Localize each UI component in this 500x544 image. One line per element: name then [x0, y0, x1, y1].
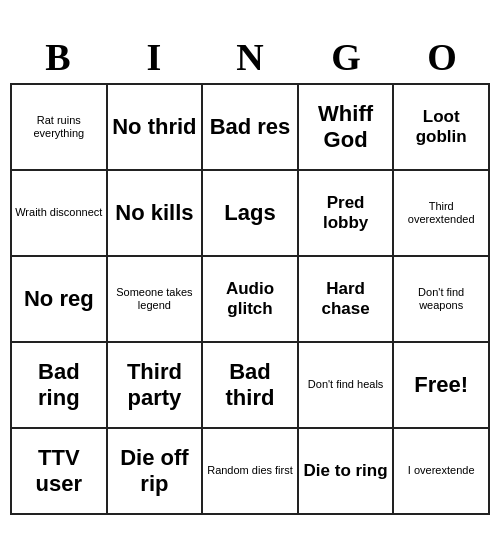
header-letter: O — [394, 33, 490, 81]
bingo-cell: TTV user — [12, 429, 108, 515]
bingo-cell: Third overextended — [394, 171, 490, 257]
bingo-cell: I overextende — [394, 429, 490, 515]
bingo-cell: No thrid — [108, 85, 204, 171]
header-letter: N — [202, 33, 298, 81]
header-letter: B — [10, 33, 106, 81]
header-letter: I — [106, 33, 202, 81]
header-letters: BINGO — [10, 33, 490, 81]
bingo-cell: Random dies first — [203, 429, 299, 515]
bingo-cell: Hard chase — [299, 257, 395, 343]
bingo-cell: Lags — [203, 171, 299, 257]
bingo-cell: Someone takes legend — [108, 257, 204, 343]
bingo-cell: Die to ring — [299, 429, 395, 515]
bingo-cell: Loot goblin — [394, 85, 490, 171]
bingo-cell: No reg — [12, 257, 108, 343]
bingo-cell: Bad third — [203, 343, 299, 429]
bingo-cell: Free! — [394, 343, 490, 429]
bingo-cell: Third party — [108, 343, 204, 429]
bingo-cell: Rat ruins everything — [12, 85, 108, 171]
bingo-cell: Wraith disconnect — [12, 171, 108, 257]
bingo-header: BINGO — [5, 29, 495, 83]
bingo-cell: Don't find heals — [299, 343, 395, 429]
bingo-cell: Bad res — [203, 85, 299, 171]
bingo-cell: Audio glitch — [203, 257, 299, 343]
bingo-cell: Pred lobby — [299, 171, 395, 257]
bingo-cell: Bad ring — [12, 343, 108, 429]
bingo-cell: Don't find weapons — [394, 257, 490, 343]
bingo-cell: Die off rip — [108, 429, 204, 515]
bingo-grid: Rat ruins everythingNo thridBad resWhiff… — [10, 83, 490, 515]
bingo-cell: No kills — [108, 171, 204, 257]
bingo-cell: Whiff God — [299, 85, 395, 171]
bingo-card: BINGO Rat ruins everythingNo thridBad re… — [5, 29, 495, 515]
header-letter: G — [298, 33, 394, 81]
